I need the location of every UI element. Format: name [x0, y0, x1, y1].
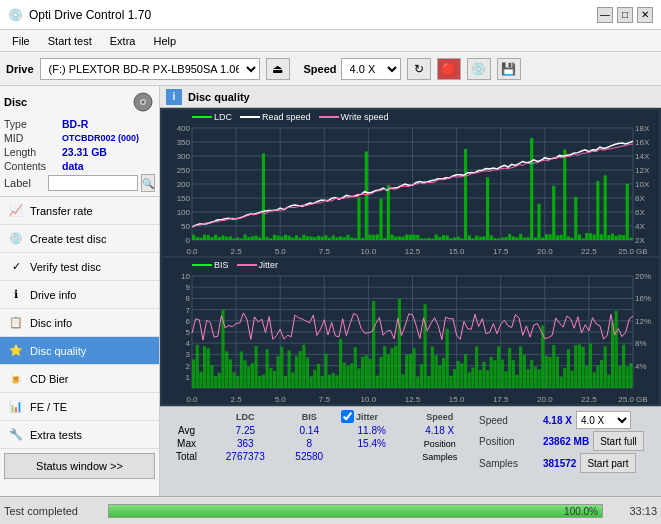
title-bar-controls: — □ ✕ — [597, 7, 653, 23]
menu-help[interactable]: Help — [145, 33, 184, 49]
speed-row: Speed 4.18 X 4.0 X — [479, 411, 655, 429]
stats-row-max: Max 363 8 15.4% Position — [164, 437, 473, 450]
position-row: Position 23862 MB Start full — [479, 431, 655, 451]
status-text: Test completed — [4, 505, 104, 517]
disc-contents-row: Contents data — [4, 160, 155, 172]
close-button[interactable]: ✕ — [637, 7, 653, 23]
stats-bar: LDC BIS Jitter Speed — [160, 406, 661, 496]
col-speed: Speed — [406, 409, 473, 424]
stats-row-total: Total 2767373 52580 Samples — [164, 450, 473, 463]
avg-speed: 4.18 X — [406, 424, 473, 437]
disc-button2[interactable]: 💿 — [467, 58, 491, 80]
create-test-disc-icon: 💿 — [8, 231, 24, 247]
disc-quality-header-icon: i — [166, 89, 182, 105]
contents-label: Contents — [4, 160, 62, 172]
disc-quality-title: Disc quality — [188, 91, 250, 103]
title-bar-left: 💿 Opti Drive Control 1.70 — [8, 8, 151, 22]
disc-icon — [131, 90, 155, 114]
extra-tests-icon: 🔧 — [8, 427, 24, 443]
jitter-legend-item: Jitter — [237, 260, 279, 270]
total-bis: 52580 — [282, 450, 337, 463]
status-window-button[interactable]: Status window >> — [4, 453, 155, 479]
disc-info-icon: 📋 — [8, 315, 24, 331]
nav-drive-info[interactable]: ℹ Drive info — [0, 281, 159, 309]
disc-panel-header: Disc — [4, 90, 155, 114]
samples-value: 381572 — [543, 458, 576, 469]
mid-label: MID — [4, 132, 62, 144]
nav-fe-te[interactable]: 📊 FE / TE — [0, 393, 159, 421]
nav-disc-info[interactable]: 📋 Disc info — [0, 309, 159, 337]
verify-test-disc-icon: ✓ — [8, 259, 24, 275]
jitter-checkbox[interactable] — [341, 410, 354, 423]
color-button[interactable]: 🔴 — [437, 58, 461, 80]
speed-select[interactable]: 4.0 X — [341, 58, 401, 80]
nav-create-test-disc[interactable]: 💿 Create test disc — [0, 225, 159, 253]
time-display: 33:13 — [607, 505, 657, 517]
main-content: Disc Type BD-R MID OTCBDR002 (000) Leng — [0, 86, 661, 496]
label-search-button[interactable]: 🔍 — [141, 174, 155, 192]
speed-stat-label: Speed — [479, 415, 539, 426]
nav-extra-tests[interactable]: 🔧 Extra tests — [0, 421, 159, 449]
toolbar: Drive (F:) PLEXTOR BD-R PX-LB950SA 1.06 … — [0, 52, 661, 86]
bis-chart: BIS Jitter — [162, 258, 659, 404]
menu-bar: File Start test Extra Help — [0, 30, 661, 52]
menu-extra[interactable]: Extra — [102, 33, 144, 49]
samples-label: Samples — [479, 458, 539, 469]
disc-quality-header: i Disc quality — [160, 86, 661, 108]
max-ldc: 363 — [209, 437, 282, 450]
stats-row-avg: Avg 7.25 0.14 11.8% 4.18 X — [164, 424, 473, 437]
avg-label: Avg — [164, 424, 209, 437]
progress-bar-fill — [109, 505, 602, 517]
drive-info-icon: ℹ — [8, 287, 24, 303]
nav-transfer-rate[interactable]: 📈 Transfer rate — [0, 197, 159, 225]
total-jitter-label — [337, 450, 407, 463]
speed-stat-select[interactable]: 4.0 X — [576, 411, 631, 429]
nav-verify-test-disc[interactable]: ✓ Verify test disc — [0, 253, 159, 281]
save-button[interactable]: 💾 — [497, 58, 521, 80]
drive-label: Drive — [6, 63, 34, 75]
sidebar: Disc Type BD-R MID OTCBDR002 (000) Leng — [0, 86, 160, 496]
nav-cd-bier[interactable]: 🍺 CD Bier — [0, 365, 159, 393]
label-row: Label 🔍 — [4, 174, 155, 192]
speed-stat-value: 4.18 X — [543, 415, 572, 426]
nav-disc-quality[interactable]: ⭐ Disc quality — [0, 337, 159, 365]
drive-select[interactable]: (F:) PLEXTOR BD-R PX-LB950SA 1.06 — [40, 58, 260, 80]
start-part-button[interactable]: Start part — [580, 453, 635, 473]
max-label: Max — [164, 437, 209, 450]
disc-type-row: Type BD-R — [4, 118, 155, 130]
avg-jitter: 11.8% — [337, 424, 407, 437]
menu-file[interactable]: File — [4, 33, 38, 49]
position-value: 23862 MB — [543, 436, 589, 447]
type-label: Type — [4, 118, 62, 130]
avg-bis: 0.14 — [282, 424, 337, 437]
max-bis: 8 — [282, 437, 337, 450]
start-full-button[interactable]: Start full — [593, 431, 644, 451]
speed-section: Speed 4.0 X — [304, 58, 401, 80]
disc-length-row: Length 23.31 GB — [4, 146, 155, 158]
length-label: Length — [4, 146, 62, 158]
refresh-button[interactable]: ↻ — [407, 58, 431, 80]
col-ldc: LDC — [209, 409, 282, 424]
progress-bar-container: 100.0% — [108, 504, 603, 518]
minimize-button[interactable]: — — [597, 7, 613, 23]
read-speed-legend-item: Read speed — [240, 112, 311, 122]
maximize-button[interactable]: □ — [617, 7, 633, 23]
disc-quality-icon: ⭐ — [8, 343, 24, 359]
progress-text: 100.0% — [564, 505, 598, 516]
total-label: Total — [164, 450, 209, 463]
ldc-legend: LDC Read speed Write speed — [192, 112, 388, 122]
contents-value: data — [62, 160, 84, 172]
title-bar: 💿 Opti Drive Control 1.70 — □ ✕ — [0, 0, 661, 30]
total-speed-label: Samples — [406, 450, 473, 463]
transfer-rate-icon: 📈 — [8, 203, 24, 219]
eject-button[interactable]: ⏏ — [266, 58, 290, 80]
app-title: Opti Drive Control 1.70 — [29, 8, 151, 22]
disc-header-label: Disc — [4, 96, 27, 108]
status-bar: Test completed 100.0% 33:13 — [0, 496, 661, 524]
right-stats: Speed 4.18 X 4.0 X Position 23862 MB Sta… — [477, 409, 657, 494]
label-input[interactable] — [48, 175, 138, 191]
col-jitter-checkbox: Jitter — [337, 409, 407, 424]
menu-start-test[interactable]: Start test — [40, 33, 100, 49]
svg-point-2 — [142, 101, 145, 104]
bis-legend: BIS Jitter — [192, 260, 278, 270]
